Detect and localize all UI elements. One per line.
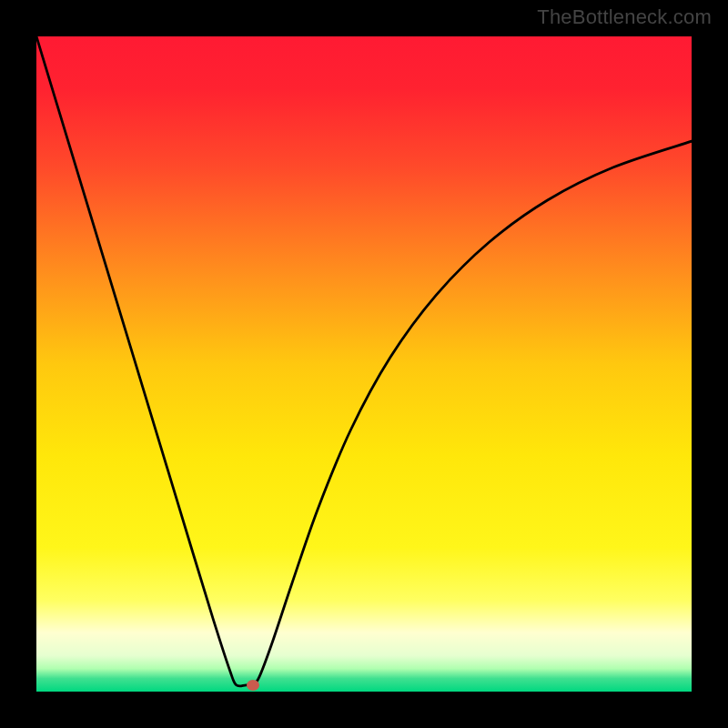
watermark-text: TheBottleneck.com xyxy=(537,5,712,29)
plot-area xyxy=(36,36,692,692)
optimum-marker xyxy=(247,680,259,691)
chart-curve xyxy=(36,36,692,692)
chart-frame: TheBottleneck.com xyxy=(0,0,728,728)
